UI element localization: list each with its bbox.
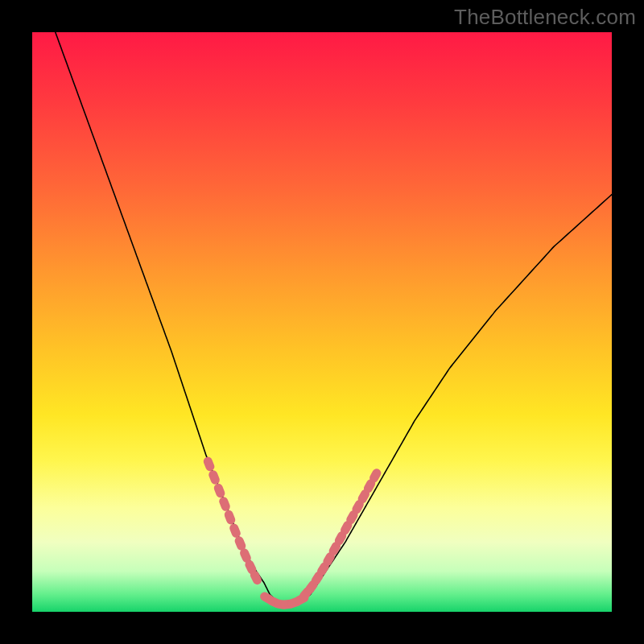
plot-area [32, 32, 612, 612]
marker-capsule [223, 509, 237, 526]
bottleneck-curve [56, 32, 612, 606]
marker-group [202, 456, 382, 610]
marker-capsule [208, 469, 221, 486]
marker-capsule [213, 482, 226, 499]
marker-capsule [202, 456, 216, 473]
watermark-text: TheBottleneck.com [454, 5, 636, 30]
marker-capsule [218, 496, 232, 513]
plot-svg [32, 32, 612, 612]
chart-frame: TheBottleneck.com [0, 0, 644, 644]
